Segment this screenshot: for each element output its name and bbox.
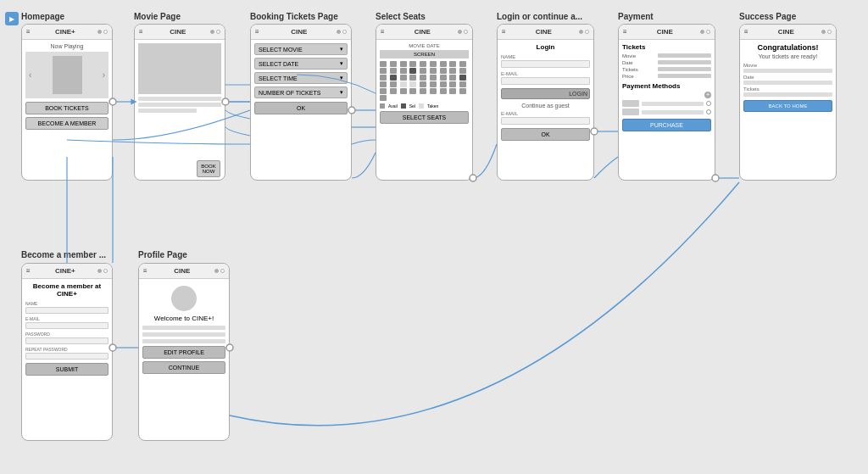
back-home-btn[interactable]: BACK TO HOME [743,100,832,112]
header-dots [214,269,225,273]
loginpage-brand: CINE [536,28,552,36]
dot1 [337,30,341,34]
next-arrow[interactable]: › [103,70,105,80]
canvas: Homepage ≡ CINE+ Now Playing ‹ › BOOK TI… [0,0,868,474]
prev-arrow[interactable]: ‹ [29,70,31,80]
member-email-input[interactable] [25,322,108,329]
seat[interactable] [400,75,407,81]
seat[interactable] [380,95,387,101]
select-movie-dropdown[interactable]: SELECT MOVIE ▾ [254,43,348,55]
seat[interactable] [459,88,466,94]
seat[interactable] [420,75,426,81]
continue-btn[interactable]: CONTINUE [142,361,225,374]
select-seats-btn[interactable]: SELECT SEATS [380,111,469,124]
login-btn[interactable]: LOGIN [501,88,590,99]
dot1 [210,30,214,34]
seat[interactable] [430,81,437,87]
login-ok-btn[interactable]: OK [501,128,590,141]
seat[interactable] [449,68,456,74]
book-now-btn[interactable]: BOOK NOW [197,160,220,177]
seat[interactable] [440,68,447,74]
booking-ok-btn[interactable]: OK [254,102,348,114]
seat[interactable] [380,88,387,94]
num-tickets-dropdown[interactable]: NUMBER OF TICKETS ▾ [254,86,348,98]
seat[interactable] [430,61,437,67]
seat[interactable] [390,81,397,87]
bookingtickets-body: SELECT MOVIE ▾ SELECT DATE ▾ SELECT TIME… [251,40,351,118]
book-tickets-btn[interactable]: BOOK TICKETS [25,102,108,114]
seat [409,81,416,87]
seat[interactable] [390,68,397,74]
seat[interactable] [409,75,416,81]
seat[interactable] [459,81,466,87]
guest-email-label: E-MAIL [501,111,590,116]
seat[interactable] [440,75,447,81]
name-input[interactable] [501,60,590,68]
seat[interactable] [409,88,416,94]
hamburger-icon: ≡ [381,28,385,36]
seat[interactable] [380,61,387,67]
price-row: Price [622,74,711,79]
seat[interactable] [449,88,456,94]
header-dots [700,30,710,34]
seat[interactable] [440,81,447,87]
seats-grid [380,61,469,101]
seat[interactable] [380,75,387,81]
submit-btn[interactable]: SUBMIT [25,363,108,376]
seat[interactable] [400,61,407,67]
seat[interactable] [430,88,437,94]
seat[interactable] [449,75,456,81]
dot2 [585,30,589,34]
seat[interactable] [380,81,387,87]
member-password-input[interactable] [25,337,108,344]
email-input[interactable] [501,77,590,85]
tickets-title: Tickets [622,43,711,51]
seat[interactable] [449,81,456,87]
date-info-label: Date [743,75,832,80]
seat[interactable] [409,61,416,67]
add-payment-btn[interactable]: + [704,92,711,98]
profile-avatar [171,286,197,311]
seat[interactable] [459,75,466,81]
card-radio[interactable] [706,101,711,106]
seat[interactable] [420,81,426,87]
payment-brand: CINE [657,28,673,36]
homepage-label: Homepage [21,12,64,21]
homepage-brand: CINE+ [55,28,75,36]
seat[interactable] [400,88,407,94]
seat[interactable] [390,88,397,94]
seat[interactable] [440,61,447,67]
edit-profile-btn[interactable]: EDIT PROFILE [142,346,225,359]
seat[interactable] [400,68,407,74]
seat[interactable] [390,75,397,81]
become-member-btn[interactable]: BECOME A MEMBER [25,117,108,130]
seat[interactable] [420,88,426,94]
member-name-input[interactable] [25,307,108,314]
seat[interactable] [459,68,466,74]
member-repeatpw-input[interactable] [25,353,108,360]
dropdown-arrow: ▾ [340,89,343,96]
tickets-row: Tickets [622,67,711,72]
hamburger-icon: ≡ [502,28,506,36]
seat[interactable] [459,61,466,67]
seat[interactable] [430,75,437,81]
seat[interactable] [380,68,387,74]
purchase-btn[interactable]: PURCHASE [622,119,711,131]
seat[interactable] [430,68,437,74]
seat[interactable] [440,88,447,94]
select-movie-label: SELECT MOVIE [259,47,303,53]
play-button[interactable] [5,12,19,25]
dropdown-arrow: ▾ [340,60,343,67]
card-radio2[interactable] [706,109,711,114]
payment-header: ≡ CINE [619,25,715,40]
select-time-dropdown[interactable]: SELECT TIME ▾ [254,72,348,84]
seat[interactable] [420,68,426,74]
select-date-dropdown[interactable]: SELECT DATE ▾ [254,58,348,70]
movie-label: Movie [622,53,636,59]
seat[interactable] [390,61,397,67]
guest-email-input[interactable] [501,117,590,125]
seat[interactable] [409,68,416,74]
selectseats-frame: ≡ CINE MOVIE DATE SCREEN [376,24,473,181]
seat[interactable] [420,61,426,67]
seat[interactable] [449,61,456,67]
